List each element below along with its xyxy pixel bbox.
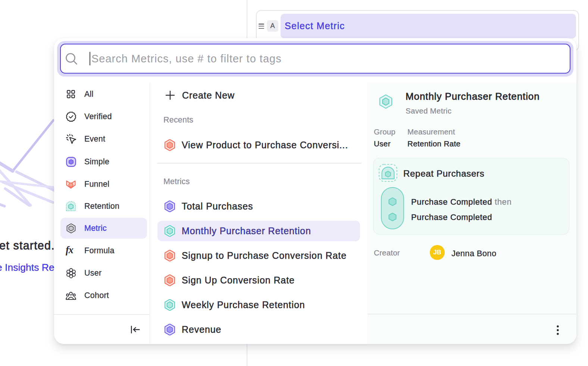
svg-text:fx: fx xyxy=(66,245,74,255)
